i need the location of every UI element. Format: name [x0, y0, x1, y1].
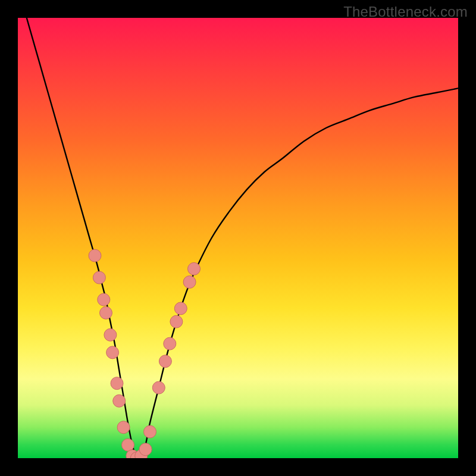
data-dot [164, 337, 176, 350]
data-dot [122, 439, 134, 451]
data-dot [111, 377, 123, 390]
chart-overlay-svg [18, 18, 458, 458]
data-dot [98, 293, 110, 306]
data-dot [174, 302, 187, 315]
data-dot [170, 315, 183, 328]
data-dot [100, 306, 112, 319]
data-dot [107, 346, 119, 359]
data-dot [117, 421, 130, 434]
data-dot [139, 443, 152, 456]
data-dot [113, 394, 126, 407]
chart-plot-area [18, 18, 458, 458]
data-dot [89, 249, 101, 262]
watermark-text: TheBottleneck.com [343, 4, 468, 20]
data-dot [159, 355, 171, 368]
data-dot [183, 276, 196, 289]
data-dot [152, 381, 165, 394]
data-dot [188, 262, 201, 275]
data-dots-group [89, 249, 201, 458]
bottleneck-curve [27, 18, 458, 458]
chart-frame: TheBottleneck.com [0, 0, 476, 476]
data-dot [104, 328, 117, 341]
data-dot [93, 271, 105, 284]
data-dot [144, 425, 156, 438]
